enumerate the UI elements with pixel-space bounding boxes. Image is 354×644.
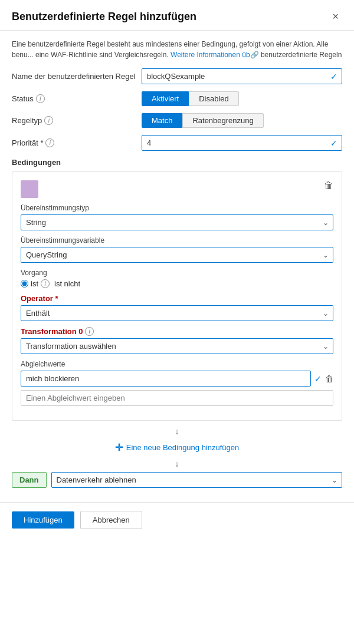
regeltyp-match-button[interactable]: Match xyxy=(142,113,182,128)
vorgang-ist-wrap: ist i xyxy=(21,279,50,288)
transformation-select-wrap: Transformation auswählen Kleinschreibung… xyxy=(21,338,333,354)
submit-button[interactable]: Hinzufügen xyxy=(12,511,74,529)
description-link-suffix: benutzerdefinierte Regeln xyxy=(261,51,342,59)
modal-header: Benutzerdefinierte Regel hinzufügen × xyxy=(0,0,354,31)
status-row: Status i Aktiviert Disabled xyxy=(12,91,342,106)
name-row: Name der benutzerdefinierten Regel ✓ xyxy=(12,68,342,84)
dann-action-select[interactable]: Datenverkehr ablehnen Datenverkehr zulas… xyxy=(51,472,343,488)
name-input-wrap: ✓ xyxy=(142,68,342,84)
modal-body: Eine benutzerdefinierte Regel besteht au… xyxy=(0,31,354,496)
prioritaet-input-wrap: ✓ xyxy=(142,135,342,151)
match-value-input-0[interactable] xyxy=(21,371,311,387)
status-toggle-group: Aktiviert Disabled xyxy=(142,91,342,106)
regeltyp-toggle-wrap: Match Ratenbegrenzung xyxy=(142,113,342,128)
vorgang-ist-radio[interactable] xyxy=(21,280,28,288)
dann-label: Dann xyxy=(12,472,47,488)
prioritaet-label: Priorität * i xyxy=(12,138,142,147)
status-toggle-wrap: Aktiviert Disabled xyxy=(142,91,342,106)
add-condition-button[interactable]: ✛ Eine neue Bedingung hinzufügen xyxy=(12,437,342,458)
ubereinstimmungstyp-group: Übereinstimmungstyp String IP-Adresse Ge… xyxy=(21,204,333,230)
match-values-label: Abgleichwerte xyxy=(21,360,333,368)
conditions-section-title: Bedingungen xyxy=(12,158,342,167)
delete-condition-button[interactable]: 🗑 xyxy=(324,180,333,191)
condition-box: 🗑 Übereinstimmungstyp String IP-Adresse … xyxy=(12,171,342,421)
transformation-group: Transformation 0 i Transformation auswäh… xyxy=(21,327,333,354)
status-label: Status i xyxy=(12,94,142,103)
transformation-label: Transformation 0 i xyxy=(21,327,333,336)
status-disabled-button[interactable]: Disabled xyxy=(189,91,239,106)
regeltyp-info-icon[interactable]: i xyxy=(44,116,53,125)
status-aktiviert-button[interactable]: Aktiviert xyxy=(142,91,189,106)
vorgang-ist-label: ist xyxy=(31,279,38,288)
ubereinstimmungstyp-select-wrap: String IP-Adresse Geo-Standort ⌄ xyxy=(21,214,333,230)
ubereinstimmungsvariable-select[interactable]: QueryString RequestUri RequestMethod xyxy=(21,247,333,263)
vorgang-options-row: ist i ist nicht xyxy=(21,279,333,288)
transformation-info-icon[interactable]: i xyxy=(85,327,94,336)
match-value-delete-button-0[interactable]: 🗑 xyxy=(325,374,333,384)
regeltyp-row: Regeltyp i Match Ratenbegrenzung xyxy=(12,113,342,128)
arrow-down-2: ↓ xyxy=(12,459,342,468)
vorgang-istnicht-wrap: ist nicht xyxy=(54,279,80,288)
description-link[interactable]: Weitere Informationen üb🔗 xyxy=(171,51,259,59)
operator-select[interactable]: Enthält Beginnt mit Endet mit Ist gleich xyxy=(21,305,333,321)
prioritaet-info-icon[interactable]: i xyxy=(45,138,54,147)
ubereinstimmungstyp-select[interactable]: String IP-Adresse Geo-Standort xyxy=(21,214,333,230)
prioritaet-input[interactable] xyxy=(142,135,342,151)
regeltyp-label: Regeltyp i xyxy=(12,116,142,125)
ubereinstimmungstyp-label: Übereinstimmungstyp xyxy=(21,204,333,212)
condition-header: 🗑 xyxy=(21,180,333,198)
name-label: Name der benutzerdefinierten Regel xyxy=(12,72,142,81)
prioritaet-row: Priorität * i ✓ xyxy=(12,135,342,151)
name-input[interactable] xyxy=(142,68,342,84)
add-condition-plus-icon: ✛ xyxy=(115,442,123,453)
ubereinstimmungsvariable-select-wrap: QueryString RequestUri RequestMethod ⌄ xyxy=(21,247,333,263)
dann-action-select-wrap: Datenverkehr ablehnen Datenverkehr zulas… xyxy=(51,472,343,488)
name-input-group: ✓ xyxy=(142,68,342,84)
operator-select-wrap: Enthält Beginnt mit Endet mit Ist gleich… xyxy=(21,305,333,321)
transformation-select[interactable]: Transformation auswählen Kleinschreibung… xyxy=(21,338,333,354)
match-value-row-0: ✓ 🗑 xyxy=(21,371,333,387)
vorgang-group: Vorgang ist i ist nicht xyxy=(21,269,333,288)
arrow-down-1: ↓ xyxy=(12,427,342,436)
name-check-icon: ✓ xyxy=(330,72,337,81)
match-value-check-icon: ✓ xyxy=(314,374,322,384)
prioritaet-check-icon: ✓ xyxy=(330,138,337,148)
regeltyp-toggle-group: Match Ratenbegrenzung xyxy=(142,113,342,128)
close-button[interactable]: × xyxy=(329,9,342,24)
modal-container: Benutzerdefinierte Regel hinzufügen × Ei… xyxy=(0,0,354,537)
match-values-group: Abgleichwerte ✓ 🗑 xyxy=(21,360,333,406)
match-value-placeholder-row xyxy=(21,390,333,406)
operator-label: Operator * xyxy=(21,294,333,303)
cancel-button[interactable]: Abbrechen xyxy=(80,511,142,529)
prioritaet-input-group: ✓ xyxy=(142,135,342,151)
match-value-placeholder-input[interactable] xyxy=(21,390,333,406)
dann-row: Dann Datenverkehr ablehnen Datenverkehr … xyxy=(12,472,342,488)
status-info-icon[interactable]: i xyxy=(36,94,45,103)
ubereinstimmungsvariable-label: Übereinstimmungsvariable xyxy=(21,236,333,245)
vorgang-istnicht-label: ist nicht xyxy=(54,279,80,288)
condition-color-indicator xyxy=(21,180,38,198)
vorgang-ist-info-icon[interactable]: i xyxy=(41,279,50,288)
add-condition-label: Eine neue Bedingung hinzufügen xyxy=(126,443,240,452)
modal-footer: Hinzufügen Abbrechen xyxy=(0,502,354,537)
description-text: Eine benutzerdefinierte Regel besteht au… xyxy=(12,39,342,60)
regeltyp-ratenbegrenzung-button[interactable]: Ratenbegrenzung xyxy=(182,113,263,128)
modal-title: Benutzerdefinierte Regel hinzufügen xyxy=(12,11,196,23)
vorgang-label: Vorgang xyxy=(21,269,333,277)
ubereinstimmungsvariable-group: Übereinstimmungsvariable QueryString Req… xyxy=(21,236,333,263)
operator-group: Operator * Enthält Beginnt mit Endet mit… xyxy=(21,294,333,321)
